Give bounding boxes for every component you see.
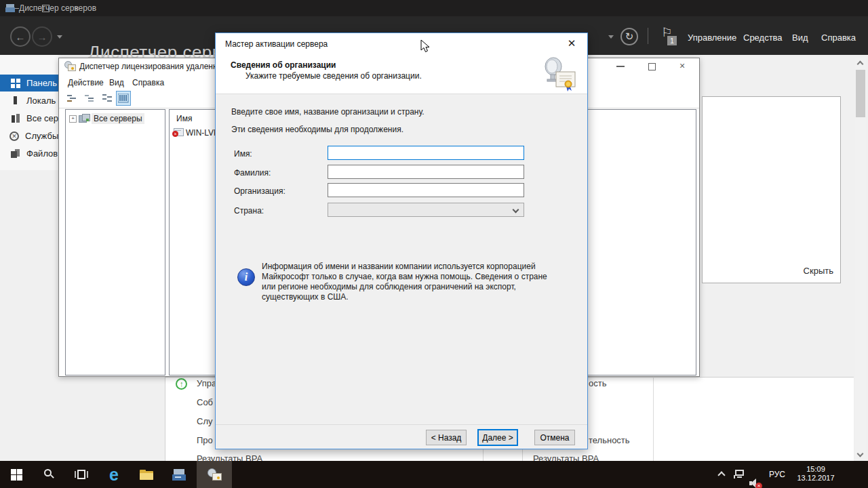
wizard-intro-2: Эти сведения необходимы для продолжения.	[231, 125, 403, 134]
server-manager-titlebar: Диспетчер серверов ×	[0, 0, 868, 16]
footer-separator	[216, 424, 587, 425]
wizard-subheading: Укажите требуемые сведения об организаци…	[245, 71, 422, 81]
sidebar-item-file-services[interactable]: Файлов	[0, 145, 58, 162]
sidebar-item-label: Все сер	[26, 113, 58, 123]
menu-view[interactable]: Вид	[109, 78, 124, 87]
start-button[interactable]	[0, 461, 33, 488]
sidebar-item-dashboard[interactable]: Панель	[0, 75, 58, 92]
clock[interactable]: 15:09 13.12.2017	[793, 465, 838, 483]
sidebar-item-label: Локаль	[26, 96, 56, 106]
dashboard-link-performance[interactable]: Про	[197, 435, 213, 445]
refresh-icon[interactable]: ↻	[620, 28, 638, 45]
dashboard-link-manageability-2[interactable]: ость	[589, 378, 606, 388]
info-icon: i	[237, 268, 255, 286]
sidebar-item-local-server[interactable]: Локаль	[0, 92, 58, 109]
vertical-scrollbar[interactable]	[855, 58, 866, 461]
file-explorer-button[interactable]	[130, 461, 163, 488]
field-label-organization: Организация:	[234, 186, 285, 196]
sidebar-item-label: Файлов	[26, 148, 58, 159]
notifications-dropdown-icon[interactable]	[608, 35, 614, 39]
server-manager-sidebar: Панель Локаль Все сер ✕ Службы Файлов	[0, 55, 58, 170]
internet-explorer-button[interactable]: e	[98, 461, 130, 488]
licensing-window-title: Диспетчер лицензирования удаленн	[79, 62, 218, 71]
task-view-button[interactable]	[65, 461, 98, 488]
wizard-info-text: Информация об имени и названии компании …	[262, 262, 549, 302]
history-dropdown-icon[interactable]	[57, 35, 62, 39]
services-icon: ✕	[9, 131, 19, 141]
volume-muted-icon[interactable]: ×	[749, 479, 762, 488]
rd-licensing-taskbar-button[interactable]	[197, 461, 232, 488]
window-title: Диспетчер серверов	[19, 3, 96, 13]
first-name-input[interactable]	[328, 146, 524, 160]
local-server-icon	[11, 96, 20, 106]
scroll-down-icon[interactable]	[857, 451, 864, 458]
rd-licensing-icon	[207, 468, 222, 481]
server-list-row[interactable]: WIN-LVP	[186, 128, 219, 138]
dashboard-link-events[interactable]: Соб	[197, 397, 213, 407]
cancel-button[interactable]: Отмена	[534, 430, 575, 445]
tree-expander-icon[interactable]: +	[69, 115, 77, 123]
notification-flyout: Скрыть	[702, 96, 841, 283]
sidebar-item-label: Службы	[25, 131, 58, 141]
back-button[interactable]: < Назад	[426, 430, 467, 445]
country-select[interactable]	[328, 203, 524, 217]
search-icon	[43, 468, 55, 481]
last-name-input[interactable]	[328, 165, 524, 179]
next-button[interactable]: Далее >	[477, 429, 518, 446]
table-view-icon[interactable]	[116, 91, 131, 106]
menu-tools[interactable]: Средства	[743, 33, 783, 43]
field-label-country: Страна:	[234, 206, 264, 216]
tree-levels-icon[interactable]	[100, 91, 115, 106]
menu-help[interactable]: Справка	[132, 78, 164, 87]
chevron-down-icon	[513, 207, 519, 214]
organization-input[interactable]	[328, 183, 524, 197]
menu-help[interactable]: Справка	[821, 33, 856, 43]
hidden-icons-chevron-icon[interactable]	[719, 472, 724, 478]
clock-date: 13.12.2017	[793, 474, 838, 483]
menu-view[interactable]: Вид	[792, 33, 808, 43]
scroll-up-icon[interactable]	[857, 61, 864, 68]
server-group-icon	[79, 114, 90, 123]
notification-flag-icon[interactable]: ⚐ 1	[661, 26, 676, 44]
sidebar-item-all-servers[interactable]: Все сер	[0, 110, 58, 127]
maximize-button[interactable]	[648, 63, 656, 70]
network-icon[interactable]	[734, 470, 746, 479]
task-view-icon	[75, 469, 88, 480]
language-indicator[interactable]: РУС	[769, 470, 785, 479]
satellite-certificate-icon	[542, 56, 578, 93]
dashboard-link-performance-2[interactable]: тельность	[589, 435, 630, 445]
column-header-name[interactable]: Имя	[176, 114, 192, 123]
field-label-last-name: Фамилия:	[234, 168, 271, 178]
tree-item-all-servers[interactable]: Все серверы	[92, 113, 144, 124]
forward-button[interactable]: →	[32, 26, 52, 47]
separator	[648, 28, 648, 44]
dashboard-link-services[interactable]: Слу	[197, 416, 212, 426]
licensing-tree-pane: + Все серверы	[65, 109, 165, 375]
menu-manage[interactable]: Управление	[688, 33, 736, 43]
tree-expand-icon[interactable]	[82, 91, 97, 106]
tree-collapse-icon[interactable]	[64, 91, 79, 106]
dashboard-grid-icon	[11, 79, 20, 88]
desktop: ↑ Упра Соб Слу Про Результаты BPA ость т…	[0, 0, 868, 488]
sidebar-item-services[interactable]: ✕ Службы	[0, 127, 58, 144]
notification-badge: 1	[667, 36, 677, 45]
green-up-arrow-icon: ↑	[176, 378, 187, 390]
menu-action[interactable]: Действие	[68, 78, 104, 87]
search-button[interactable]	[33, 461, 65, 488]
file-services-icon	[11, 149, 20, 159]
wizard-title: Мастер активации сервера	[225, 39, 328, 49]
minimize-button[interactable]	[616, 66, 625, 67]
windows-start-icon	[11, 469, 22, 481]
close-button[interactable]: ×	[679, 60, 685, 71]
server-manager-taskbar-button[interactable]	[163, 461, 195, 488]
all-servers-icon	[11, 114, 20, 123]
mouse-cursor	[420, 39, 431, 57]
scrollbar-thumb[interactable]	[856, 70, 865, 117]
close-icon[interactable]: ✕	[561, 36, 582, 51]
tile-divider	[653, 377, 654, 461]
hide-link[interactable]: Скрыть	[804, 266, 833, 276]
server-error-icon: ×	[173, 128, 183, 136]
back-button[interactable]: ←	[10, 26, 31, 47]
server-activation-wizard: Мастер активации сервера ✕ Сведения об о…	[215, 33, 588, 449]
dashboard-link-manageability[interactable]: Упра	[197, 378, 216, 388]
